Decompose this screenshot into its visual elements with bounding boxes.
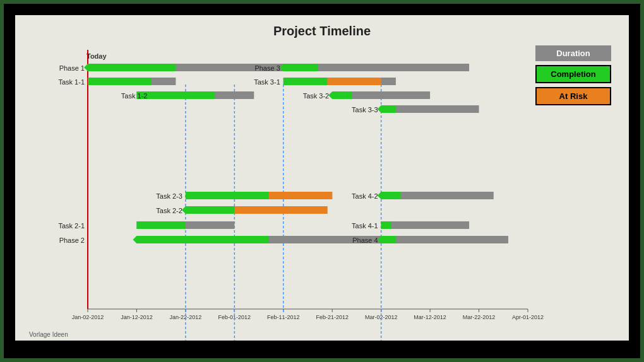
svg-text:Task 4-2: Task 4-2 [352,192,378,200]
svg-text:Task 1-2: Task 1-2 [121,92,148,100]
svg-text:Phase 1: Phase 1 [59,64,85,72]
svg-text:Apr-01-2012: Apr-01-2012 [512,314,544,320]
svg-rect-78 [381,236,508,243]
svg-text:Task 1-1: Task 1-1 [58,78,85,86]
outer-border: Project Timeline Duration Completion At … [0,0,644,362]
svg-text:Mar-22-2012: Mar-22-2012 [463,314,496,320]
svg-rect-34 [88,78,152,85]
svg-text:Task 2-2: Task 2-2 [156,207,182,214]
svg-text:Task 2-1: Task 2-1 [58,222,85,230]
svg-rect-37 [136,91,215,99]
svg-text:Task 3-2: Task 3-2 [303,92,330,100]
svg-rect-65 [136,221,185,229]
svg-text:Task 4-1: Task 4-1 [352,222,378,230]
svg-rect-68 [136,236,268,243]
svg-text:Today: Today [86,52,107,60]
svg-text:Jan-12-2012: Jan-12-2012 [121,314,153,320]
svg-text:Task 2-3: Task 2-3 [156,192,182,200]
svg-text:Mar-12-2012: Mar-12-2012 [414,314,446,320]
svg-text:Feb-11-2012: Feb-11-2012 [267,314,300,320]
svg-text:Phase 2: Phase 2 [59,236,85,244]
svg-text:Task 3-1: Task 3-1 [254,78,280,86]
svg-rect-60 [186,206,234,214]
svg-rect-40 [283,64,318,71]
svg-rect-63 [234,206,327,214]
watermark: Vorlage Ideen [29,331,68,338]
svg-text:Jan-02-2012: Jan-02-2012 [72,314,104,320]
svg-rect-58 [269,192,333,199]
svg-text:Feb-21-2012: Feb-21-2012 [316,314,349,320]
svg-rect-46 [327,78,381,85]
gantt-chart: Jan-02-2012Jan-12-2012Jan-22-2012Feb-01-… [15,50,629,341]
svg-text:Phase 4: Phase 4 [352,236,378,244]
svg-rect-44 [283,78,328,85]
svg-text:Task 3-3: Task 3-3 [352,106,378,114]
svg-rect-75 [381,221,469,229]
chart-title: Project Timeline [15,15,629,42]
svg-text:Phase 3: Phase 3 [254,64,280,72]
chart-area: Project Timeline Duration Completion At … [15,15,629,341]
svg-rect-56 [186,192,269,199]
svg-rect-30 [88,64,176,71]
svg-rect-76 [381,221,391,229]
